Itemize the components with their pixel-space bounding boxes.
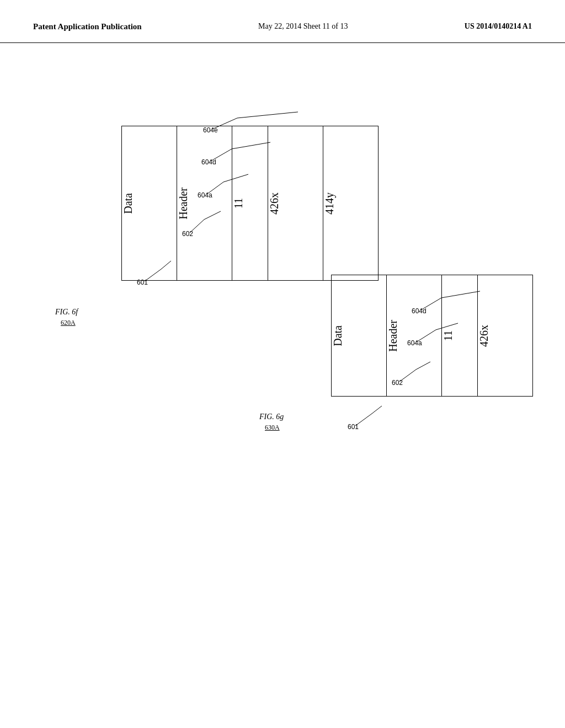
fig6f-data-cell: Data	[122, 193, 135, 214]
fig6f-container: FIG. 6f 620A Data Header 11 426x 414y	[121, 109, 379, 281]
fig6f-426x-cell: 426x	[268, 192, 281, 215]
fig6g-header-cell: Header	[387, 320, 399, 352]
page-header: Patent Application Publication May 22, 2…	[0, 0, 565, 43]
fig6g-container: FIG. 6g 630A Data Header 11 426x	[331, 258, 533, 397]
fig6f-11-cell: 11	[232, 198, 245, 208]
fig6f-414y-cell: 414y	[323, 192, 336, 215]
fig6g-table: Data Header 11 426x	[331, 275, 533, 397]
fig6f-header-cell: Header	[177, 188, 190, 220]
fig6f-ref: 620A	[61, 319, 76, 327]
fig6g-11-cell: 11	[442, 330, 455, 341]
fig6g-ref: 630A	[265, 424, 280, 432]
fig6f-table: Data Header 11 426x 414y	[121, 126, 379, 281]
fig6g-426x-cell: 426x	[478, 325, 491, 347]
patent-number: US 2014/0140214 A1	[465, 22, 532, 31]
fig6g-data-cell: Data	[332, 325, 344, 346]
svg-line-17	[372, 406, 382, 414]
publication-label: Patent Application Publication	[33, 22, 142, 31]
fig6g-label: FIG. 6g	[259, 413, 284, 421]
fig6f-label: FIG. 6f	[55, 308, 78, 317]
svg-line-16	[355, 414, 372, 426]
sheet-info: May 22, 2014 Sheet 11 of 13	[258, 22, 348, 31]
svg-text:601: 601	[348, 423, 359, 431]
